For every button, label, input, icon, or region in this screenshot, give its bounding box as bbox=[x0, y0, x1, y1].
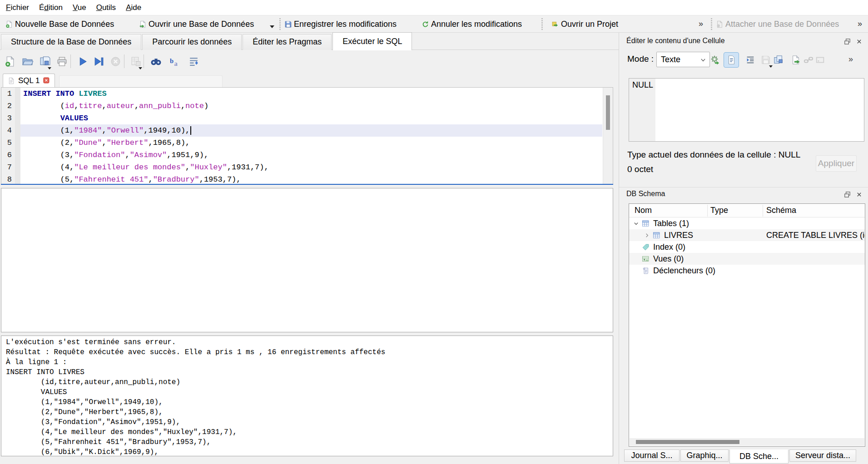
print-sql-button[interactable] bbox=[55, 55, 68, 68]
toolbar-separator bbox=[711, 18, 712, 30]
menu-outils[interactable]: Outils bbox=[91, 1, 121, 15]
open-project-button[interactable]: Ouvrir un Projet bbox=[551, 18, 618, 30]
editor-vertical-scrollbar[interactable] bbox=[603, 88, 613, 184]
menu-aide[interactable]: Aide bbox=[121, 1, 146, 15]
schema-row-livres[interactable]: LIVRESCREATE TABLE LIVRES (id II bbox=[629, 229, 865, 241]
sql-tab-bar: SQL 1 bbox=[0, 73, 619, 87]
open-sql-file-button[interactable] bbox=[21, 55, 34, 68]
tree-rows: Tables (1)LIVRESCREATE TABLE LIVRES (id … bbox=[629, 217, 865, 276]
sql-editor[interactable]: 12345678 INSERT INTO LIVRES (id,titre,au… bbox=[1, 87, 613, 184]
find-replace-button[interactable] bbox=[149, 55, 162, 68]
undo-changes-label: Annuler les modifications bbox=[431, 20, 522, 29]
dock-tab-journal-sql[interactable]: Journal S... bbox=[624, 449, 680, 462]
code-line-7: (4,"Le meilleur des mondes","Huxley",193… bbox=[20, 161, 602, 173]
sql-code-area[interactable]: INSERT INTO LIVRES (id,titre,auteur,ann_… bbox=[20, 88, 602, 184]
close-panel-icon[interactable] bbox=[854, 189, 864, 199]
save-changes-button[interactable]: Enregistrer les modifications bbox=[284, 18, 397, 30]
apply-button[interactable]: Appliquer bbox=[816, 155, 857, 172]
new-database-button[interactable]: Nouvelle Base de Données bbox=[5, 18, 114, 30]
scrollbar-thumb[interactable] bbox=[606, 95, 610, 130]
save-results-dropdown-icon[interactable] bbox=[139, 67, 142, 69]
undo-changes-button[interactable]: Annuler les modifications bbox=[422, 18, 522, 30]
line-number: 7 bbox=[1, 161, 15, 173]
execution-log-pane: L'exécution s'est terminée sans erreur. … bbox=[1, 336, 613, 456]
schema-row-label: Tables (1) bbox=[653, 219, 689, 228]
menu-fichier[interactable]: Fichier bbox=[1, 1, 34, 15]
float-panel-icon[interactable] bbox=[842, 189, 852, 199]
open-database-icon bbox=[139, 20, 147, 28]
scrollbar-thumb[interactable] bbox=[636, 440, 739, 444]
mode-label: Mode : bbox=[627, 54, 654, 64]
import-data-button[interactable] bbox=[708, 53, 722, 67]
tab-browse[interactable]: Parcourir les données bbox=[142, 34, 242, 50]
column-header-nom[interactable]: Nom bbox=[635, 206, 652, 215]
open-project-label: Ouvrir un Projet bbox=[561, 20, 618, 29]
column-header-schéma[interactable]: Schéma bbox=[766, 206, 796, 215]
stop-execution-button[interactable] bbox=[109, 55, 122, 68]
new-sql-tab-button[interactable] bbox=[4, 55, 16, 68]
attach-database-button[interactable]: Attacher une Base de Données bbox=[716, 18, 839, 30]
auto-indent-button[interactable] bbox=[744, 53, 757, 67]
sql-toolbar: ba bbox=[0, 50, 619, 73]
format-sql-button[interactable]: ba bbox=[169, 55, 181, 68]
column-divider[interactable] bbox=[763, 205, 763, 217]
import-cell-button[interactable] bbox=[772, 53, 785, 67]
save-cell-button[interactable] bbox=[759, 53, 773, 67]
open-database-dropdown-icon[interactable] bbox=[270, 25, 274, 28]
dock-tab-serveur-distant[interactable]: Serveur dista... bbox=[789, 449, 856, 462]
text-cursor bbox=[190, 126, 191, 135]
float-panel-icon[interactable] bbox=[842, 36, 852, 46]
tab-structure[interactable]: Structure de la Base de Données bbox=[1, 34, 141, 50]
save-sql-file-button[interactable] bbox=[39, 55, 51, 68]
main-tab-bar: Structure de la Base de DonnéesParcourir… bbox=[0, 33, 619, 50]
trigger-icon bbox=[641, 267, 650, 275]
toolbar-overflow-chevron[interactable]: » bbox=[848, 54, 853, 64]
column-divider[interactable] bbox=[707, 205, 708, 217]
sql-file-tab[interactable]: SQL 1 bbox=[3, 74, 55, 87]
schema-row-declencheurs[interactable]: Déclencheurs (0) bbox=[629, 265, 865, 276]
save-sql-file-dropdown-icon[interactable] bbox=[48, 67, 51, 69]
toolbar-overflow-chevron[interactable]: » bbox=[858, 19, 862, 29]
execute-current-line-button[interactable] bbox=[92, 55, 105, 68]
expander-right-icon[interactable] bbox=[642, 232, 652, 239]
table-icon bbox=[641, 220, 650, 227]
schema-row-index[interactable]: Index (0) bbox=[629, 241, 865, 253]
mode-select[interactable]: Texte bbox=[656, 52, 710, 67]
schema-row-vues[interactable]: Vues (0) bbox=[629, 253, 865, 265]
expander-down-icon[interactable] bbox=[631, 220, 641, 227]
cell-content-editor[interactable]: NULL bbox=[629, 78, 864, 142]
fullscreen-cell-button[interactable] bbox=[813, 53, 827, 67]
mode-value: Texte bbox=[661, 55, 680, 64]
attach-database-label: Attacher une Base de Données bbox=[725, 20, 839, 29]
execute-all-button[interactable] bbox=[76, 55, 89, 68]
toolbar-separator bbox=[70, 54, 71, 68]
save-changes-icon bbox=[284, 20, 292, 28]
view-icon bbox=[641, 255, 650, 263]
menu-edition[interactable]: Édition bbox=[34, 1, 68, 15]
toolbar-separator bbox=[124, 54, 124, 68]
undo-changes-icon bbox=[422, 20, 429, 28]
save-changes-label: Enregistrer les modifications bbox=[294, 20, 397, 29]
word-wrap-button[interactable] bbox=[187, 55, 200, 68]
schema-row-tables[interactable]: Tables (1) bbox=[629, 217, 865, 229]
code-line-3: VALUES bbox=[20, 112, 602, 124]
tab-execute-sql[interactable]: Exécuter le SQL bbox=[332, 32, 412, 50]
line-number: 1 bbox=[1, 88, 15, 100]
dock-tab-db-schema[interactable]: DB Sche... bbox=[729, 449, 789, 464]
open-database-button[interactable]: Ouvrir une Base de Données bbox=[139, 18, 254, 30]
tree-column-header[interactable]: NomTypeSchéma bbox=[629, 204, 865, 217]
text-mode-button[interactable] bbox=[724, 52, 739, 68]
close-panel-icon[interactable] bbox=[854, 36, 864, 46]
dock-tab-graphique[interactable]: Graphiq... bbox=[680, 449, 729, 462]
toolbar-overflow-chevron[interactable]: » bbox=[699, 19, 703, 29]
tab-pragmas[interactable]: Éditer les Pragmas bbox=[243, 34, 332, 50]
export-cell-button[interactable] bbox=[789, 53, 803, 67]
menu-vue[interactable]: Vue bbox=[68, 1, 91, 15]
line-number-gutter: 12345678 bbox=[1, 88, 15, 184]
schema-row-label: LIVRES bbox=[664, 231, 693, 240]
close-tab-icon[interactable] bbox=[43, 77, 50, 84]
tree-horizontal-scrollbar[interactable] bbox=[630, 438, 864, 446]
column-header-type[interactable]: Type bbox=[710, 206, 728, 215]
save-results-button[interactable] bbox=[129, 55, 142, 68]
main-toolbar: Nouvelle Base de DonnéesOuvrir une Base … bbox=[0, 15, 868, 33]
